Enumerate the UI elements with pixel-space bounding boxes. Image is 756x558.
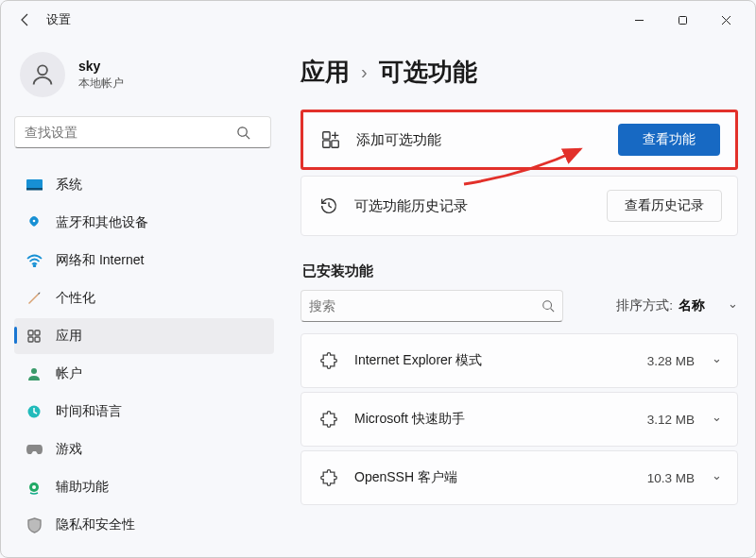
- sidebar-item-4[interactable]: 应用: [14, 318, 274, 354]
- profile-subtitle: 本地帐户: [78, 76, 124, 92]
- nav-label: 时间和语言: [56, 403, 122, 420]
- svg-rect-1: [679, 16, 686, 24]
- maximize-button[interactable]: [661, 5, 704, 35]
- feature-name: Internet Explorer 模式: [354, 352, 647, 369]
- search-icon: [541, 299, 555, 313]
- card-add-label: 添加可选功能: [356, 131, 618, 149]
- nav-label: 帐户: [56, 365, 82, 382]
- nav-icon: [26, 252, 43, 269]
- feature-size: 3.28 MB: [647, 354, 695, 368]
- sort-label: 排序方式:: [616, 297, 673, 314]
- history-icon: [317, 194, 341, 218]
- profile-name: sky: [78, 59, 124, 74]
- nav-icon: [26, 214, 43, 231]
- sidebar-item-1[interactable]: 蓝牙和其他设备: [14, 205, 274, 241]
- installed-section-title: 已安装功能: [302, 262, 738, 280]
- minimize-button[interactable]: [617, 5, 661, 35]
- svg-rect-9: [28, 330, 33, 335]
- svg-point-8: [33, 265, 35, 267]
- nav-label: 网络和 Internet: [56, 252, 144, 269]
- svg-rect-17: [323, 132, 330, 139]
- profile-block[interactable]: sky 本地帐户: [14, 52, 274, 97]
- installed-search-box[interactable]: [301, 290, 563, 322]
- breadcrumb-current: 可选功能: [379, 56, 477, 89]
- feature-row[interactable]: Microsoft 快速助手3.12 MB: [301, 392, 738, 447]
- nav-icon: [26, 441, 43, 458]
- svg-line-23: [551, 309, 555, 313]
- add-icon: [318, 127, 343, 152]
- sidebar-item-5[interactable]: 帐户: [14, 356, 274, 392]
- main-content: 应用 › 可选功能 添加可选功能 查看功能 可选功能历史记录: [280, 39, 755, 557]
- nav-icon: [26, 290, 43, 307]
- svg-point-22: [543, 301, 552, 310]
- window-title: 设置: [46, 12, 71, 28]
- avatar: [20, 52, 65, 97]
- chevron-down-icon: [728, 299, 738, 313]
- svg-rect-19: [332, 141, 338, 147]
- svg-line-4: [246, 135, 249, 139]
- feature-row[interactable]: Internet Explorer 模式3.28 MB: [301, 333, 738, 388]
- sidebar-item-7[interactable]: 游戏: [14, 431, 274, 467]
- sidebar-item-3[interactable]: 个性化: [14, 280, 274, 316]
- sidebar-item-2[interactable]: 网络和 Internet: [14, 243, 274, 279]
- nav-label: 个性化: [56, 290, 95, 307]
- svg-point-7: [33, 220, 36, 223]
- card-history: 可选功能历史记录 查看历史记录: [301, 176, 738, 236]
- chevron-down-icon: [712, 471, 722, 485]
- close-button[interactable]: [704, 5, 747, 35]
- installed-search-input[interactable]: [309, 298, 541, 313]
- nav-icon: [26, 516, 43, 533]
- feature-size: 3.12 MB: [647, 413, 695, 427]
- nav-icon: [26, 328, 43, 345]
- sidebar: sky 本地帐户 系统蓝牙和其他设备网络和 Internet个性化应用帐户时间和…: [1, 39, 280, 557]
- nav-icon: [26, 177, 43, 194]
- puzzle-icon: [317, 348, 341, 373]
- view-features-button[interactable]: 查看功能: [618, 124, 720, 156]
- sidebar-item-0[interactable]: 系统: [14, 167, 274, 203]
- nav-label: 隐私和安全性: [56, 516, 135, 533]
- svg-rect-12: [35, 337, 40, 342]
- nav-label: 游戏: [56, 441, 82, 458]
- nav-icon: [26, 403, 43, 420]
- svg-rect-10: [35, 330, 40, 335]
- svg-point-13: [31, 368, 37, 374]
- view-history-button[interactable]: 查看历史记录: [607, 190, 722, 222]
- sidebar-item-6[interactable]: 时间和语言: [14, 394, 274, 430]
- card-add-feature: 添加可选功能 查看功能: [301, 110, 738, 170]
- breadcrumb-parent[interactable]: 应用: [301, 56, 350, 89]
- sidebar-item-9[interactable]: 隐私和安全性: [14, 507, 274, 543]
- svg-rect-11: [28, 337, 33, 342]
- nav-label: 应用: [56, 328, 82, 345]
- nav-label: 辅助功能: [56, 479, 109, 496]
- search-icon[interactable]: [227, 116, 259, 148]
- back-button[interactable]: [9, 3, 43, 37]
- breadcrumb: 应用 › 可选功能: [301, 56, 738, 89]
- puzzle-icon: [317, 407, 341, 431]
- svg-rect-6: [26, 188, 43, 191]
- svg-point-2: [38, 65, 47, 75]
- puzzle-icon: [317, 465, 341, 490]
- sort-toggle[interactable]: 排序方式: 名称: [616, 297, 738, 314]
- nav-label: 蓝牙和其他设备: [56, 214, 148, 231]
- feature-name: OpenSSH 客户端: [354, 469, 647, 486]
- feature-row[interactable]: OpenSSH 客户端10.3 MB: [301, 450, 738, 505]
- sidebar-item-8[interactable]: 辅助功能: [14, 469, 274, 505]
- nav-icon: [26, 479, 43, 496]
- svg-rect-18: [323, 141, 330, 147]
- nav-icon: [26, 365, 43, 382]
- chevron-right-icon: ›: [361, 61, 368, 83]
- svg-point-3: [237, 127, 246, 135]
- feature-name: Microsoft 快速助手: [354, 411, 647, 428]
- titlebar: 设置: [1, 1, 755, 39]
- svg-point-16: [32, 485, 36, 489]
- sort-value: 名称: [679, 297, 705, 314]
- chevron-down-icon: [712, 354, 722, 368]
- nav-label: 系统: [56, 177, 82, 194]
- card-history-label: 可选功能历史记录: [354, 197, 607, 215]
- feature-size: 10.3 MB: [647, 471, 695, 485]
- chevron-down-icon: [712, 413, 722, 427]
